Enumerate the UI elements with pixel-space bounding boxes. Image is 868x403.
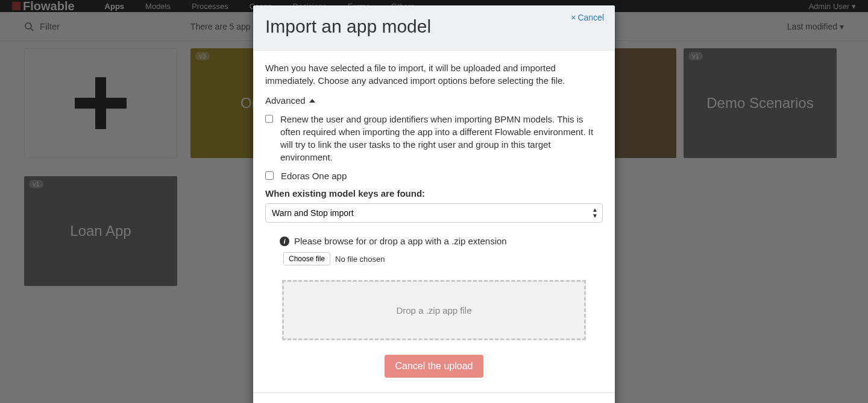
modal-close[interactable]: ×Cancel	[571, 13, 604, 22]
renew-ids-checkbox[interactable]	[265, 115, 273, 123]
info-icon: i	[280, 236, 289, 246]
import-app-modal: ×Cancel Import an app model When you hav…	[253, 5, 615, 403]
close-icon: ×	[571, 13, 576, 22]
dropzone-hint: Drop a .zip app file	[396, 305, 471, 316]
edoras-checkbox[interactable]	[265, 171, 274, 180]
existing-keys-select[interactable]: Warn and Stop import	[265, 203, 603, 223]
modal-header: ×Cancel Import an app model	[253, 5, 615, 51]
browse-hint: Please browse for or drop a app with a .…	[294, 236, 507, 246]
modal-footer	[253, 392, 615, 403]
modal-body: When you have selected a file to import,…	[253, 51, 615, 392]
dropzone[interactable]: Drop a .zip app file	[282, 280, 586, 340]
edoras-label: Edoras One app	[281, 170, 347, 182]
cancel-upload-button[interactable]: Cancel the upload	[385, 355, 484, 378]
renew-ids-label: Renew the user and group identifiers whe…	[280, 113, 603, 163]
modal-title: Import an app model	[265, 16, 603, 37]
file-status: No file chosen	[335, 255, 385, 264]
advanced-toggle[interactable]: Advanced	[265, 95, 603, 106]
choose-file-button[interactable]: Choose file	[283, 252, 330, 265]
existing-keys-label: When existing model keys are found:	[265, 188, 603, 198]
caret-up-icon	[309, 99, 315, 103]
modal-intro: When you have selected a file to import,…	[265, 62, 603, 87]
